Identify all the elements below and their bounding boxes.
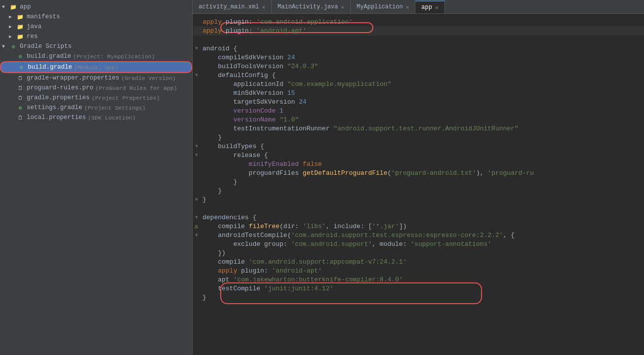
arrow-icon: ▼ [2,4,9,10]
line-code: } [201,293,644,302]
tab-activity-main[interactable]: activity_main.xml ✕ [193,0,272,13]
code-line: targetSdkVersion 24 [193,98,644,107]
fold-icon: ▼ [193,213,201,222]
arrow-icon: ▶ [9,14,16,20]
tabs-bar: activity_main.xml ✕ MainActivity.java ✕ … [193,0,644,14]
java-label: java [27,23,41,30]
code-line: versionCode 1 [193,107,644,116]
manifests-label: manifests [27,13,60,20]
line-code: versionCode 1 [201,107,644,116]
fold-icon: ⚠ [193,222,201,231]
code-line: } [193,133,644,142]
line-code: versionName "1.0" [201,116,644,124]
fold-icon: ▼ [193,196,201,204]
code-line: apt 'com.jakewharton:butterknife-compile… [193,276,644,284]
line-code: androidTestCompile('com.android.support.… [201,231,644,240]
gradle-properties-label: gradle.properties [27,94,90,101]
sidebar-item-gradle-wrapper[interactable]: 🗒 gradle-wrapper.properties (Gradle Vers… [0,73,192,83]
gradle-wrapper-icon: 🗒 [16,74,25,82]
line-code: android { [201,44,644,53]
manifests-folder-icon: 📁 [16,13,25,21]
tab-myapplication[interactable]: MyApplication ✕ [351,0,415,13]
line-code [201,36,644,44]
code-line [193,36,644,44]
code-line: versionName "1.0" [193,116,644,124]
settings-gradle-sub: (Project Settings) [84,105,146,111]
sidebar-item-app[interactable]: ▼ 📁 app [0,2,192,12]
code-line: compile 'com.android.support:appcompat-v… [193,258,644,267]
arrow-icon: ▼ [2,44,9,49]
sidebar-item-build-gradle-project[interactable]: ⚙ build.gradle (Project: MyApplication) [0,51,192,61]
warning-icon: ⚠ [195,222,199,231]
settings-gradle-icon: ⚙ [16,104,25,112]
line-code: apply plugin: 'com.android.application' [201,18,644,27]
arrow-icon: ▶ [9,34,16,39]
sidebar-item-build-gradle-module[interactable]: ⚙ build.gradle (Module: app) [0,61,192,73]
code-line: ▼ dependencies { [193,213,644,222]
tab-label: app [421,4,432,11]
app-folder-icon: 📁 [9,3,18,11]
sidebar-item-java[interactable]: ▶ 📁 java [0,22,192,32]
sidebar-item-local-properties[interactable]: 🗒 local.properties (SDK Location) [0,113,192,122]
line-code: applicationId "com.example.myapplication… [201,80,644,89]
gradle-properties-icon: 🗒 [16,94,25,102]
sidebar-item-proguard[interactable]: 🗒 proguard-rules.pro (ProGuard Rules for… [0,83,192,93]
line-code: proguardFiles getDefaultProguardFile('pr… [201,169,644,178]
code-line: minifyEnabled false [193,160,644,169]
code-line: apply plugin: 'android-apt' [193,267,644,276]
tab-label: MainActivity.java [278,3,338,10]
line-code: minifyEnabled false [201,160,644,169]
sidebar-item-gradle-properties[interactable]: 🗒 gradle.properties (Project Properties) [0,93,192,103]
settings-gradle-label: settings.gradle [27,104,82,111]
code-line: minSdkVersion 15 [193,89,644,98]
proguard-icon: 🗒 [16,84,25,92]
line-code: compileSdkVersion 24 [201,53,644,62]
local-properties-icon: 🗒 [16,114,25,121]
close-icon[interactable]: ✕ [262,4,265,10]
code-line: }) [193,249,644,258]
code-line: ▼ android { [193,44,644,53]
line-code: } [201,196,644,204]
code-line: ▼ buildTypes { [193,142,644,151]
local-properties-label: local.properties [27,114,86,121]
line-code: minSdkVersion 15 [201,89,644,98]
line-code: testInstrumentationRunner "android.suppo… [201,124,644,133]
code-line: ⚠ compile fileTree(dir: 'libs', include:… [193,222,644,231]
code-line: } [193,178,644,187]
code-line: applicationId "com.example.myapplication… [193,80,644,89]
tab-mainactivity[interactable]: MainActivity.java ✕ [272,0,351,13]
line-code: } [201,133,644,142]
line-code: defaultConfig { [201,71,644,80]
sidebar-item-res[interactable]: ▶ 📁 res [0,32,192,41]
fold-icon: ▼ [193,44,201,53]
line-code: compile fileTree(dir: 'libs', include: [… [201,222,644,231]
close-icon[interactable]: ✕ [406,4,409,10]
code-line: ▼ androidTestCompile('com.android.suppor… [193,231,644,240]
line-code: apt 'com.jakewharton:butterknife-compile… [201,276,644,284]
res-folder-icon: 📁 [16,33,25,40]
line-code: buildTypes { [201,142,644,151]
sidebar: ▼ 📁 app ▶ 📁 manifests ▶ 📁 java ▶ 📁 res ▼… [0,0,193,355]
line-code: }) [201,249,644,258]
code-line: testCompile 'junit:junit:4.12' [193,284,644,293]
line-code: targetSdkVersion 24 [201,98,644,107]
close-icon[interactable]: ✕ [435,4,439,11]
tab-label: activity_main.xml [199,3,259,10]
fold-icon: ▼ [193,231,201,240]
arrow-icon: ▶ [9,24,16,30]
gradle-scripts-icon: ⚙ [9,42,18,50]
sidebar-item-settings-gradle[interactable]: ⚙ settings.gradle (Project Settings) [0,103,192,113]
gradle-wrapper-label: gradle-wrapper.properties [27,75,120,81]
sidebar-item-gradle-scripts[interactable]: ▼ ⚙ Gradle Scripts [0,41,192,51]
tab-app[interactable]: app ✕ [415,0,444,13]
build-gradle-project-label: build.gradle [27,53,71,60]
java-folder-icon: 📁 [16,23,25,31]
fold-icon: ▼ [193,142,201,151]
sidebar-item-manifests[interactable]: ▶ 📁 manifests [0,12,192,22]
code-content: apply plugin: 'com.android.application' … [193,14,644,306]
close-icon[interactable]: ✕ [341,4,344,10]
code-line: } [193,293,644,302]
app-label: app [20,3,31,10]
line-code: apply plugin: 'android-apt' [201,267,644,276]
code-line: testInstrumentationRunner "android.suppo… [193,124,644,133]
